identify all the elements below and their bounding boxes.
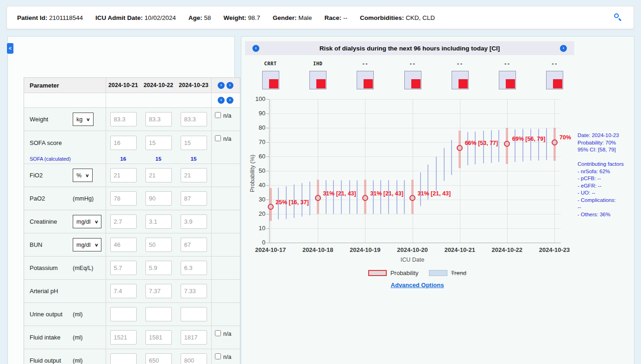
na-column-cell: n/a — [211, 326, 240, 337]
param-input-potassium-0[interactable] — [110, 261, 137, 275]
info-line-5: - nrSofa: 62% — [578, 168, 639, 176]
search-button[interactable] — [613, 13, 623, 23]
param-input-sofa-score-2[interactable] — [181, 136, 207, 150]
param-input-fluid-output-0[interactable] — [110, 353, 137, 364]
date-column-header-2: 2024-10-23 — [176, 82, 211, 88]
unit-select-creatinine[interactable]: mg/dl∨ — [73, 215, 101, 228]
param-input-urine-output-2[interactable] — [181, 307, 207, 321]
param-input-potassium-1[interactable] — [145, 261, 172, 275]
param-input-creatinine-2[interactable] — [181, 214, 207, 229]
param-input-urine-output-1[interactable] — [145, 307, 172, 321]
row-creatinine: Creatininemg/dl∨ — [24, 210, 240, 233]
data-point-5[interactable] — [504, 141, 510, 147]
chart-next-button[interactable]: › — [560, 45, 567, 52]
dates-prev-button-2[interactable]: ‹ — [218, 97, 225, 104]
param-input-pao2-0[interactable] — [110, 191, 137, 206]
chart-prev-button[interactable]: ‹ — [252, 45, 259, 52]
dialysis-status-icon-4[interactable] — [452, 71, 469, 89]
dialysis-status-icon-1[interactable] — [309, 71, 327, 89]
param-input-arterial-ph-2[interactable] — [181, 284, 207, 298]
column-divider — [106, 233, 106, 256]
dialysis-status-icon-2[interactable] — [357, 71, 374, 89]
trend-ci-bar — [436, 157, 437, 191]
param-input-fio2-0[interactable] — [110, 168, 137, 182]
table-header-row: Parameter2024-10-212024-10-222024-10-23‹… — [24, 78, 240, 93]
gridline-horizontal — [270, 214, 561, 214]
data-point-label-1: 31% [21, 43] — [323, 190, 356, 197]
data-point-label-0: 25% [16, 37] — [276, 199, 309, 206]
data-point-0[interactable] — [268, 204, 274, 210]
param-input-fio2-1[interactable] — [145, 168, 172, 182]
chevron-down-icon: ∨ — [85, 173, 89, 178]
param-input-urine-output-0[interactable] — [110, 307, 137, 321]
advanced-options-link[interactable]: Advanced Options — [391, 282, 444, 289]
trend-ci-bar — [483, 131, 484, 163]
param-input-arterial-ph-1[interactable] — [145, 284, 172, 298]
data-point-4[interactable] — [457, 145, 463, 151]
chevron-down-icon: ∨ — [94, 243, 99, 247]
risk-panel: ‹ Risk of dialysis during the next 96 ho… — [241, 36, 635, 364]
data-point-2[interactable] — [362, 195, 368, 201]
dialysis-status-icon-3[interactable] — [404, 71, 421, 89]
treatment-label-2: -- — [344, 61, 386, 66]
na-checkbox-weight[interactable] — [215, 112, 221, 118]
param-input-sofa-score-0[interactable] — [110, 136, 137, 150]
dates-prev-button[interactable]: ‹ — [218, 82, 225, 89]
param-name-cell: Arterial pH — [24, 288, 106, 295]
param-input-bun-2[interactable] — [181, 238, 207, 252]
treatment-label-0: CRRT — [250, 61, 291, 66]
trend-ci-bar — [546, 128, 547, 160]
data-point-1[interactable] — [315, 195, 321, 201]
param-input-creatinine-1[interactable] — [145, 214, 172, 229]
param-input-sofa-score-1[interactable] — [145, 136, 172, 150]
param-input-pao2-2[interactable] — [181, 191, 207, 206]
param-input-pao2-1[interactable] — [145, 191, 172, 206]
value-cell — [176, 191, 211, 206]
param-input-fluid-intake-0[interactable] — [110, 330, 137, 345]
param-input-weight-0[interactable] — [110, 112, 137, 126]
chevron-down-icon: ∨ — [86, 117, 90, 122]
unit-label-pao2: (mmHg) — [73, 195, 94, 202]
unit-select-fio2[interactable]: %∨ — [73, 169, 93, 182]
na-checkbox-fluid-intake[interactable] — [215, 330, 221, 336]
collapse-panel-button[interactable]: < — [7, 43, 13, 54]
param-input-bun-1[interactable] — [145, 238, 172, 252]
param-input-fluid-intake-2[interactable] — [181, 330, 207, 345]
dates-next-button-2[interactable]: › — [226, 97, 233, 104]
date-column-header-0: 2024-10-21 — [106, 82, 141, 88]
trend-ci-bar — [498, 130, 499, 162]
param-input-fluid-output-1[interactable] — [145, 353, 172, 364]
data-point-3[interactable] — [409, 195, 415, 201]
unit-select-bun[interactable]: mg/dl∨ — [73, 238, 101, 251]
value-cell — [106, 136, 141, 150]
trend-legend-swatch[interactable] — [429, 270, 447, 276]
param-input-potassium-2[interactable] — [181, 261, 207, 275]
param-input-fluid-output-2[interactable] — [181, 353, 207, 364]
prediction-info-panel: Date: 2024-10-23Probability: 70%95% CI: … — [578, 132, 639, 218]
na-checkbox-sofa-score[interactable] — [215, 135, 221, 141]
value-cell — [176, 261, 211, 275]
param-name-weight: Weight — [30, 116, 73, 123]
row-fio2: FiO2%∨ — [24, 164, 240, 187]
param-input-arterial-ph-0[interactable] — [110, 284, 137, 298]
param-input-fluid-intake-1[interactable] — [145, 330, 172, 345]
dialysis-status-icon-5[interactable] — [499, 71, 516, 89]
param-input-weight-2[interactable] — [181, 112, 207, 126]
param-input-fio2-2[interactable] — [181, 168, 207, 182]
na-checkbox-fluid-output[interactable] — [215, 353, 221, 359]
param-input-creatinine-0[interactable] — [110, 214, 137, 229]
unit-label-fluid-intake: (ml) — [73, 334, 83, 341]
probability-legend-swatch[interactable] — [368, 270, 387, 276]
dialysis-status-icon-0[interactable] — [262, 71, 279, 89]
value-cell — [176, 238, 211, 252]
unit-select-weight[interactable]: kg∨ — [73, 113, 94, 126]
treatment-label-4: -- — [439, 61, 481, 66]
data-point-6[interactable] — [552, 139, 558, 145]
x-tick-label-6: 2024-10-23 — [529, 246, 580, 253]
param-input-bun-0[interactable] — [110, 238, 137, 252]
param-input-weight-1[interactable] — [145, 112, 172, 126]
dialysis-status-icon-6[interactable] — [546, 71, 563, 89]
value-cell — [106, 284, 141, 298]
dates-next-button[interactable]: › — [226, 82, 233, 89]
info-line-10: -- — [578, 204, 639, 211]
